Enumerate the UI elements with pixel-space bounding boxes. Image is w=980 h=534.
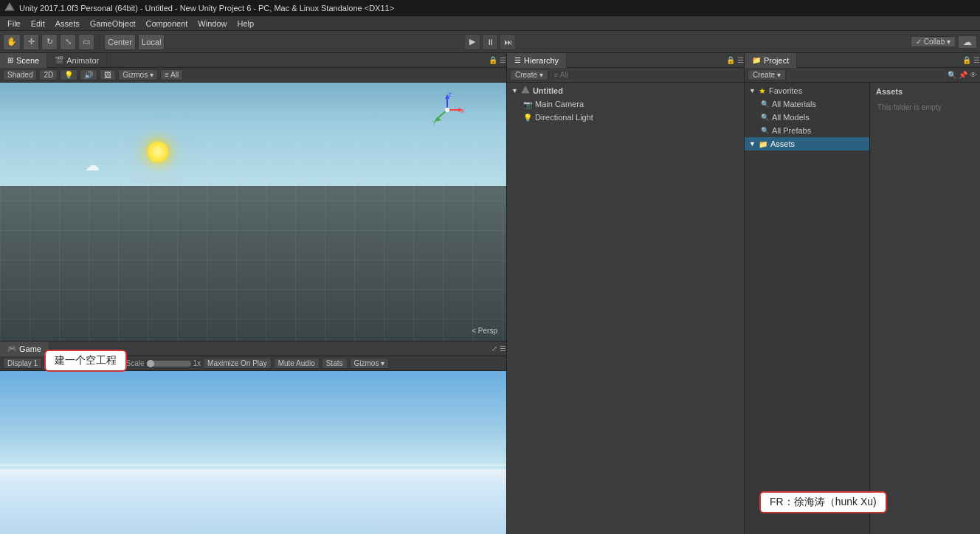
step-button[interactable]: ⏭	[500, 34, 516, 50]
light-icon: 💡	[523, 114, 532, 122]
play-button[interactable]: ▶	[464, 34, 480, 50]
lighting-icon-btn[interactable]: 💡	[60, 69, 77, 80]
tab-project[interactable]: 📁 Project	[745, 53, 797, 68]
svg-text:Z: Z	[448, 91, 452, 98]
play-controls: ▶ ⏸ ⏭	[464, 34, 516, 50]
right-panels: ☰ Hierarchy 🔒 ☰ Create ▾ ▼	[507, 53, 980, 534]
scale-tool-button[interactable]: ⤡	[60, 34, 76, 50]
project-eye-icon[interactable]: 👁	[970, 71, 977, 79]
project-menu-icon[interactable]: ☰	[973, 56, 980, 64]
project-create-btn[interactable]: Create ▾	[748, 69, 786, 80]
title-text: Unity 2017.1.0f3 Personal (64bit) - Unti…	[19, 4, 394, 13]
maximize-on-play-btn[interactable]: Maximize On Play	[203, 358, 272, 369]
tab-hierarchy[interactable]: ☰ Hierarchy	[507, 53, 567, 68]
game-viewport[interactable]	[0, 371, 506, 534]
project-empty-label: This folder is empty	[874, 100, 976, 114]
favorites-star-icon: ★	[759, 86, 766, 96]
scene-tab-bar: ⊞ Scene 🎬 Animator 🔒 ☰	[0, 53, 506, 68]
menu-edit[interactable]: Edit	[27, 18, 49, 29]
cloud-object: ☁	[85, 156, 100, 174]
menu-assets[interactable]: Assets	[51, 18, 84, 29]
hierarchy-menu-icon[interactable]: ☰	[737, 56, 744, 64]
tab-animator[interactable]: 🎬 Animator	[47, 53, 107, 68]
scene-viewport[interactable]: ☁	[0, 83, 506, 341]
lock-icon[interactable]: 🔒	[489, 56, 497, 64]
all-models-item[interactable]: 🔍 All Models	[745, 111, 869, 124]
center-pivot-button[interactable]: Center	[104, 34, 136, 50]
scale-slider-container: 1x	[147, 359, 201, 367]
all-prefabs-icon: 🔍	[761, 127, 769, 134]
tab-scene[interactable]: ⊞ Scene	[0, 53, 47, 68]
hierarchy-directional-light[interactable]: 💡 Directional Light	[519, 111, 744, 124]
project-search-input[interactable]	[788, 69, 945, 81]
shading-dropdown[interactable]: Shaded	[3, 69, 37, 80]
project-search-icon[interactable]: 🔍	[948, 71, 956, 79]
scale-label: Scale	[126, 359, 145, 367]
svg-text:Y: Y	[432, 119, 437, 126]
scene-menu-icon[interactable]: ☰	[500, 56, 506, 64]
project-pin-icon[interactable]: 📌	[959, 71, 967, 79]
pause-button[interactable]: ⏸	[482, 34, 498, 50]
hierarchy-panel: ☰ Hierarchy 🔒 ☰ Create ▾ ▼	[507, 53, 745, 534]
hierarchy-main-camera[interactable]: 📷 Main Camera	[519, 97, 744, 111]
project-toolbar: Create ▾ 🔍 📌 👁	[745, 68, 980, 83]
2d-button[interactable]: 2D	[39, 69, 58, 80]
svg-marker-12	[522, 86, 529, 93]
project-header-right: 🔒 ☰	[962, 56, 980, 64]
menu-help[interactable]: Help	[232, 18, 258, 29]
tab-game[interactable]: 🎮 Game	[0, 341, 49, 356]
game-gizmos-btn[interactable]: Gizmos ▾	[350, 358, 390, 369]
menu-window[interactable]: Window	[193, 18, 231, 29]
scale-slider[interactable]	[147, 361, 191, 367]
main-layout: ⊞ Scene 🎬 Animator 🔒 ☰ Shaded 2D 💡 🔊 🖼	[0, 53, 980, 534]
hierarchy-create-btn[interactable]: Create ▾	[510, 69, 548, 80]
collab-button[interactable]: ✓ Collab ▾	[911, 36, 956, 47]
all-prefabs-item[interactable]: 🔍 All Prefabs	[745, 124, 869, 137]
scale-value: 1x	[193, 359, 201, 367]
project-content: ▼ ★ Favorites 🔍 All Materials 🔍 All Mode…	[745, 83, 980, 534]
camera-icon: 📷	[523, 100, 532, 108]
axis-gizmo: Z X Y	[429, 91, 466, 128]
game-menu-icon[interactable]: ☰	[500, 344, 506, 353]
game-sky	[0, 371, 506, 469]
hierarchy-tab-bar: ☰ Hierarchy 🔒 ☰	[507, 53, 744, 68]
display-dropdown[interactable]: Display 1	[3, 358, 42, 369]
hand-tool-button[interactable]: ✋	[3, 34, 21, 50]
menu-component[interactable]: Component	[141, 18, 192, 29]
toolbar-right: ✓ Collab ▾ ☁	[911, 35, 977, 49]
fx-icon-btn[interactable]: 🖼	[100, 69, 116, 80]
stats-btn[interactable]: Stats	[322, 358, 348, 369]
local-global-button[interactable]: Local	[138, 34, 165, 50]
all-materials-item[interactable]: 🔍 All Materials	[745, 97, 869, 111]
game-maximize-icon[interactable]: ⤢	[491, 344, 497, 353]
audio-icon-btn[interactable]: 🔊	[80, 69, 97, 80]
hierarchy-lock-icon[interactable]: 🔒	[726, 56, 735, 64]
collab-check-icon: ✓	[916, 38, 922, 46]
rect-tool-button[interactable]: ▭	[78, 34, 94, 50]
project-lock-icon[interactable]: 🔒	[962, 56, 971, 64]
unity-logo-icon	[4, 2, 15, 14]
all-materials-icon: 🔍	[761, 100, 769, 108]
left-panel: ⊞ Scene 🎬 Animator 🔒 ☰ Shaded 2D 💡 🔊 🖼	[0, 53, 507, 534]
project-tab-icon: 📁	[752, 56, 761, 64]
menu-file[interactable]: File	[3, 18, 25, 29]
gizmos-dropdown[interactable]: Gizmos ▾	[118, 69, 158, 80]
menu-bar: File Edit Assets GameObject Component Wi…	[0, 16, 980, 31]
menu-gameobject[interactable]: GameObject	[86, 18, 140, 29]
assets-folder[interactable]: ▼ 📁 Assets	[745, 137, 869, 150]
toolbar: ✋ ✛ ↻ ⤡ ▭ Center Local ▶ ⏸ ⏭ ✓ Collab ▾ …	[0, 31, 980, 53]
scene-toolbar: Shaded 2D 💡 🔊 🖼 Gizmos ▾ ≡ All	[0, 68, 506, 83]
cloud-button[interactable]: ☁	[958, 35, 977, 49]
mute-audio-btn[interactable]: Mute Audio	[274, 358, 320, 369]
all-filter-dropdown[interactable]: ≡ All	[160, 69, 183, 80]
svg-point-8	[445, 108, 449, 112]
hierarchy-toolbar: Create ▾	[507, 68, 744, 83]
scene-persp-label: < Persp	[472, 327, 497, 335]
hierarchy-header-right: 🔒 ☰	[726, 56, 744, 64]
favorites-folder[interactable]: ▼ ★ Favorites	[745, 84, 869, 97]
game-tab-icon: 🎮	[7, 344, 16, 353]
move-tool-button[interactable]: ✛	[23, 34, 39, 50]
hierarchy-search-input[interactable]	[551, 69, 741, 81]
hierarchy-scene-root[interactable]: ▼ Untitled	[507, 84, 744, 97]
rotate-tool-button[interactable]: ↻	[41, 34, 58, 50]
